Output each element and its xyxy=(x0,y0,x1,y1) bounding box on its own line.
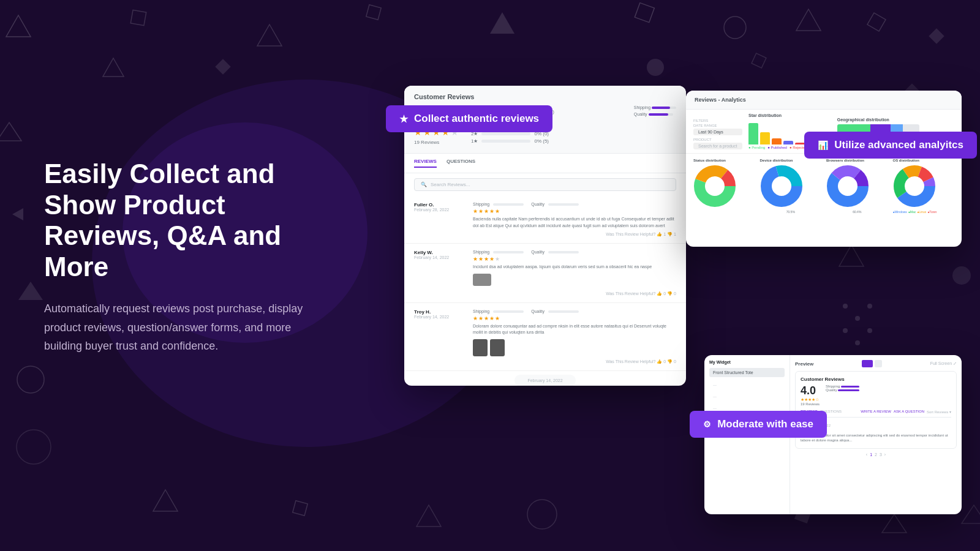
review-metrics-3: Shipping Quality xyxy=(473,309,676,313)
device-pct: 70.5% xyxy=(760,210,822,214)
reviewer-name-2: Kelly W. xyxy=(414,250,463,255)
browser-pie xyxy=(826,165,869,208)
reviews-tabs[interactable]: REVIEWS QUESTIONS xyxy=(404,154,686,173)
reviewer-name-1: Fuller O. xyxy=(414,202,463,208)
svg-marker-14 xyxy=(18,282,43,300)
review-item-2: Kelly W. February 14, 2022 Shipping Qual… xyxy=(404,244,686,303)
widget-list-item-2[interactable]: ... xyxy=(709,380,785,389)
star-dist-title: Star distribution xyxy=(748,113,831,118)
reviewer-name-3: Troy H. xyxy=(414,309,463,315)
review-item-1: Fuller O. February 28, 2022 Shipping Qua… xyxy=(404,196,686,244)
bar-3star xyxy=(772,138,782,144)
analytics-badge-label: Utilize advanced analyitcs xyxy=(834,139,963,151)
svg-marker-12 xyxy=(0,122,21,141)
collect-badge: ★ Collect authentic reviews xyxy=(386,105,552,132)
analytics-card: Reviews - Analytics Filters DATE RANGE L… xyxy=(686,91,962,247)
page-description: Automatically request reviews post purch… xyxy=(44,299,326,356)
review-stars-2: ★★★★★ xyxy=(473,256,676,262)
review-stars-3: ★★★★★ xyxy=(473,315,676,321)
bar-2star xyxy=(783,141,793,144)
page-2[interactable]: 2 xyxy=(875,452,877,457)
analytics-badge: 📊 Utilize advanced analyitcs xyxy=(804,132,977,159)
device-dist-label: Device distribution xyxy=(760,159,822,162)
page-3[interactable]: 3 xyxy=(880,452,882,457)
desktop-view-btn[interactable] xyxy=(862,360,873,367)
preview-write-review[interactable]: WRITE A REVIEW xyxy=(861,410,891,414)
tab-questions[interactable]: QUESTIONS xyxy=(447,159,475,168)
os-pie xyxy=(893,165,936,208)
right-panel: ★ Collect authentic reviews Customer Rev… xyxy=(368,0,980,551)
os-dist-label: OS distribution xyxy=(893,159,955,162)
helpful-2: Was This Review Helpful? 👍 0 👎 0 xyxy=(473,291,676,296)
helpful-3: Was This Review Helpful? 👍 0 👎 0 xyxy=(473,359,676,364)
widget-list-item-3[interactable]: ... xyxy=(709,391,785,400)
page-1[interactable]: 1 xyxy=(870,452,872,457)
preview-ask-question[interactable]: ASK A QUESTION xyxy=(894,410,924,414)
bar-5star xyxy=(748,123,758,144)
filters-label: Filters xyxy=(693,119,742,122)
analytics-card-header: Reviews - Analytics xyxy=(686,91,962,110)
review-metrics-2: Shipping Quality xyxy=(473,250,676,254)
preview-title: Customer Reviews xyxy=(801,377,951,382)
svg-point-15 xyxy=(17,366,44,393)
page-title: Easily Collect and Show Product Reviews,… xyxy=(44,159,326,282)
reviewer-date-2: February 14, 2022 xyxy=(414,255,463,260)
analytics-icon: 📊 xyxy=(818,140,828,150)
review-text-2: Incidunt dsa ad voluptatem aaspa. Iqsum … xyxy=(473,264,676,271)
review-text-1: Bacienda nulla capitate Nam perferendis … xyxy=(473,216,676,229)
date-badge: February 14, 2022 xyxy=(514,375,576,386)
preview-sort[interactable]: Sort Reviews ▾ xyxy=(927,410,951,414)
geo-title: Geographical distribution xyxy=(837,118,920,122)
status-dist-section: Status distribution xyxy=(693,159,755,214)
reviews-card-title: Customer Reviews xyxy=(414,93,676,100)
reviews-list: Fuller O. February 28, 2022 Shipping Qua… xyxy=(404,196,686,386)
preview-count: 19 Reviews xyxy=(801,402,820,406)
next-page[interactable]: › xyxy=(884,452,886,457)
status-dist-label: Status distribution xyxy=(693,159,755,162)
moderate-badge: ⚙ Moderate with ease xyxy=(690,411,827,438)
review-metrics-1: Shipping Quality xyxy=(473,202,676,206)
browser-pct: 60.4% xyxy=(826,210,888,214)
product-label: PRODUCT xyxy=(693,138,742,141)
search-icon: 🔍 xyxy=(421,182,427,187)
device-dist-section: Device distribution 70.5% xyxy=(760,159,822,214)
moderate-badge-label: Moderate with ease xyxy=(717,418,813,430)
widget-list-title: My Widget xyxy=(709,360,785,364)
date-label: DATE RANGE xyxy=(693,124,742,127)
review-stars-1: ★★★★★ xyxy=(473,208,676,214)
helpful-1: Was This Review Helpful? 👍 1 👎 1 xyxy=(473,232,676,237)
review-count: 19 Reviews xyxy=(414,140,459,145)
bar-4star xyxy=(760,132,770,144)
left-panel: Easily Collect and Show Product Reviews,… xyxy=(44,0,326,551)
mobile-view-btn[interactable] xyxy=(875,360,882,367)
svg-marker-13 xyxy=(12,208,23,220)
tab-reviews[interactable]: REVIEWS xyxy=(414,159,437,168)
browser-dist-section: Browsers distribution 60.4% xyxy=(826,159,888,214)
bar-1star xyxy=(795,143,805,144)
search-bar[interactable]: 🔍 Search Reviews... xyxy=(414,178,676,191)
preview-stars: ★★★★☆ xyxy=(801,397,820,402)
preview-label: Preview xyxy=(795,361,813,367)
moderate-icon: ⚙ xyxy=(703,419,711,429)
full-screen-btn[interactable]: Full Screen ⤢ xyxy=(930,361,957,366)
reviewer-date-1: February 28, 2022 xyxy=(414,208,463,212)
search-placeholder: Search Reviews... xyxy=(431,182,470,187)
star-icon: ★ xyxy=(399,113,408,125)
browser-dist-label: Browsers distribution xyxy=(826,159,888,162)
collect-badge-label: Collect authentic reviews xyxy=(414,113,539,125)
os-dist-section: OS distribution ●Windows ●Mac ●Linux ●Ti… xyxy=(893,159,955,214)
status-pie xyxy=(693,165,736,208)
widget-list-item-1[interactable]: Front Structured Tote xyxy=(709,368,785,377)
preview-rating: 4.0 xyxy=(801,384,820,397)
product-input[interactable]: Search for a product xyxy=(693,143,742,149)
prev-page[interactable]: ‹ xyxy=(866,452,867,457)
svg-marker-2 xyxy=(6,15,31,37)
os-legend: ●Windows ●Mac ●Linux ●Tizen xyxy=(893,210,955,214)
review-item-3: Troy H. February 14, 2022 Shipping Quali… xyxy=(404,303,686,371)
pagination: ‹ 1 2 3 › xyxy=(795,452,957,457)
device-pie xyxy=(760,165,803,208)
reviewer-date-3: February 14, 2022 xyxy=(414,315,463,319)
review-text-3: Doloram dolore conuaquntar aad ad compre… xyxy=(473,323,676,336)
date-value: Last 90 Days xyxy=(693,129,742,135)
